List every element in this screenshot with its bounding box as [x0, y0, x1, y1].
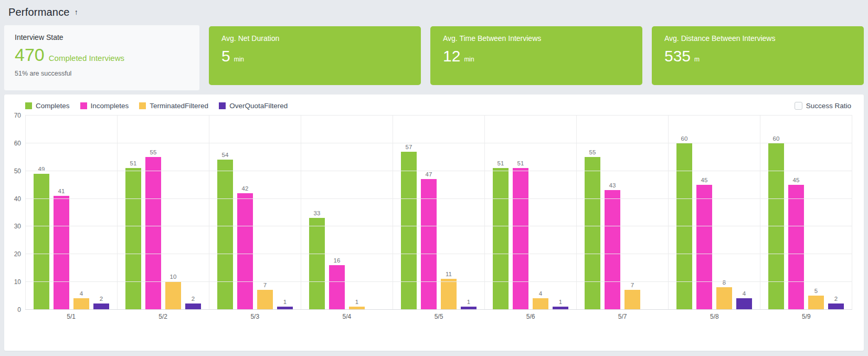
bar-value-label: 57: [406, 144, 412, 150]
bar-terminatedfiltered-5/2[interactable]: [165, 281, 181, 309]
bar-value-label: 54: [222, 152, 229, 158]
legend-item-completes[interactable]: Completes: [25, 102, 70, 110]
bar-value-label: 10: [170, 274, 177, 280]
avg-distance-between-interviews-unit: m: [694, 56, 700, 63]
bar-slot-overquotafiltered: 2: [828, 116, 844, 309]
bar-group-5/5: 5747111: [393, 116, 484, 309]
interview-state-card[interactable]: Interview State 470 Completed Interviews…: [4, 25, 199, 90]
bar-overquotafiltered-5/9[interactable]: [828, 303, 844, 309]
bar-terminatedfiltered-5/1[interactable]: [73, 298, 89, 309]
bar-value-label: 43: [609, 182, 616, 189]
bar-incompletes-5/8[interactable]: [696, 185, 712, 309]
bar-terminatedfiltered-5/4[interactable]: [349, 307, 365, 309]
bar-incompletes-5/3[interactable]: [237, 193, 253, 309]
bar-incompletes-5/2[interactable]: [145, 157, 161, 309]
bar-terminatedfiltered-5/3[interactable]: [257, 290, 273, 309]
bar-value-label: 16: [334, 257, 341, 264]
bar-overquotafiltered-5/5[interactable]: [461, 307, 477, 309]
bar-incompletes-5/6[interactable]: [513, 168, 528, 309]
bar-value-label: 4: [80, 290, 83, 297]
bar-incompletes-5/7[interactable]: [605, 190, 620, 309]
success-ratio-toggle[interactable]: Success Ratio: [795, 102, 851, 110]
bar-value-label: 4: [743, 290, 746, 297]
bar-completes-5/7[interactable]: [585, 157, 600, 309]
bar-slot-overquotafiltered: [369, 116, 385, 309]
bar-incompletes-5/4[interactable]: [329, 265, 345, 309]
bar-incompletes-5/9[interactable]: [788, 185, 804, 309]
avg-time-between-interviews-value: 12: [443, 47, 460, 65]
bar-overquotafiltered-5/2[interactable]: [185, 303, 201, 309]
bar-incompletes-5/1[interactable]: [54, 196, 69, 309]
bar-slot-terminatedfiltered: 5: [808, 116, 824, 309]
bar-completes-5/6[interactable]: [493, 168, 509, 309]
bar-terminatedfiltered-5/7[interactable]: [624, 290, 640, 309]
bar-value-label: 7: [631, 282, 634, 288]
bar-terminatedfiltered-5/9[interactable]: [808, 296, 824, 309]
y-tick-label: 50: [14, 167, 21, 175]
avg-net-duration-card[interactable]: Avg. Net Duration 5 min: [209, 26, 421, 85]
bar-value-label: 7: [263, 282, 267, 288]
gridline: [25, 254, 852, 254]
chart-plot: 4941425155102544271331615747111515141554…: [25, 116, 852, 310]
bar-slot-incompletes: 45: [696, 116, 712, 309]
bar-slot-incompletes: 41: [54, 116, 69, 309]
bar-slot-terminatedfiltered: 8: [716, 116, 732, 309]
bar-value-label: 60: [773, 135, 780, 142]
bar-slot-overquotafiltered: 1: [553, 116, 568, 309]
bar-slot-completes: 49: [34, 116, 49, 309]
bar-slot-overquotafiltered: 2: [185, 116, 201, 309]
bar-slot-completes: 60: [676, 116, 692, 309]
bar-completes-5/1[interactable]: [34, 174, 49, 309]
gridline: [25, 198, 852, 199]
bar-value-label: 51: [497, 160, 504, 166]
x-tick-label: 5/2: [117, 313, 209, 320]
bar-slot-completes: 51: [125, 116, 141, 309]
legend-item-incompletes[interactable]: Incompletes: [80, 102, 129, 110]
bar-slot-completes: 55: [585, 116, 600, 309]
chart-groups: 4941425155102544271331615747111515141554…: [25, 116, 852, 310]
interview-state-title: Interview State: [15, 33, 189, 41]
kpi-cards-row: Interview State 470 Completed Interviews…: [0, 25, 868, 90]
avg-distance-between-interviews-card[interactable]: Avg. Distance Between Interviews 535 m: [652, 26, 864, 85]
bar-slot-completes: 60: [768, 116, 784, 309]
success-percentage-text: 51% are successful: [15, 70, 189, 77]
bar-overquotafiltered-5/3[interactable]: [277, 307, 293, 309]
bar-value-label: 2: [100, 296, 103, 302]
bar-terminatedfiltered-5/6[interactable]: [533, 298, 548, 309]
bar-value-label: 47: [426, 171, 432, 177]
legend-swatch-icon: [219, 102, 226, 109]
legend-item-overquotafiltered[interactable]: OverQuotaFiltered: [219, 102, 288, 110]
completed-interviews-count: 470: [15, 45, 45, 65]
success-ratio-checkbox[interactable]: [795, 102, 802, 110]
bar-terminatedfiltered-5/8[interactable]: [716, 287, 732, 309]
bar-value-label: 11: [446, 271, 452, 277]
bar-slot-incompletes: 47: [421, 116, 437, 309]
x-tick-label: 5/7: [577, 313, 669, 320]
x-tick-label: 5/4: [301, 313, 393, 320]
bar-completes-5/5[interactable]: [401, 152, 417, 309]
avg-distance-between-interviews-value: 535: [664, 47, 691, 65]
bar-completes-5/2[interactable]: [125, 168, 141, 309]
bar-value-label: 49: [38, 166, 45, 172]
bar-terminatedfiltered-5/5[interactable]: [441, 279, 457, 309]
bar-value-label: 1: [467, 299, 470, 305]
bar-completes-5/3[interactable]: [217, 160, 233, 309]
y-tick-label: 40: [14, 195, 21, 203]
bar-slot-incompletes: 45: [788, 116, 804, 309]
bar-slot-terminatedfiltered: 7: [624, 116, 640, 309]
x-tick-label: 5/3: [209, 313, 301, 320]
bar-overquotafiltered-5/1[interactable]: [93, 303, 109, 309]
bar-completes-5/4[interactable]: [309, 218, 325, 309]
legend-swatch-icon: [25, 102, 32, 109]
bar-value-label: 4: [539, 290, 542, 297]
performance-dashboard: Performance ↑ Interview State 470 Comple…: [0, 0, 868, 356]
legend-item-terminatedfiltered[interactable]: TerminatedFiltered: [139, 102, 208, 110]
bar-overquotafiltered-5/6[interactable]: [553, 307, 568, 309]
bar-slot-overquotafiltered: 1: [461, 116, 477, 309]
bar-chart: 010203040506070 494142515510254427133161…: [4, 114, 864, 323]
bar-overquotafiltered-5/8[interactable]: [736, 298, 752, 309]
y-tick-label: 60: [14, 140, 21, 147]
bar-slot-incompletes: 55: [145, 116, 161, 309]
collapse-section-arrow-icon[interactable]: ↑: [75, 8, 78, 16]
avg-time-between-interviews-card[interactable]: Avg. Time Between Interviews 12 min: [430, 26, 642, 85]
